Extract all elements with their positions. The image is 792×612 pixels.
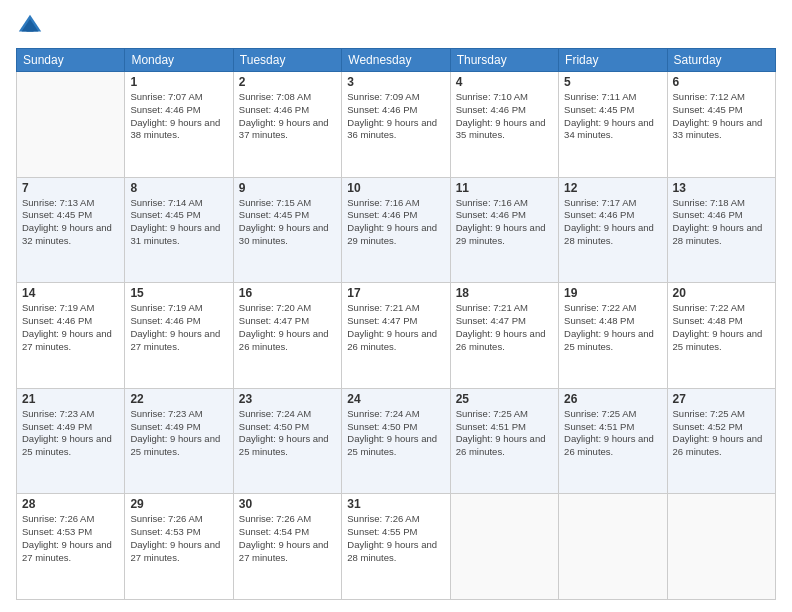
- day-number: 21: [22, 392, 119, 406]
- weekday-header-saturday: Saturday: [667, 49, 775, 72]
- day-number: 27: [673, 392, 770, 406]
- day-info: Sunrise: 7:18 AMSunset: 4:46 PMDaylight:…: [673, 197, 770, 248]
- day-info: Sunrise: 7:23 AMSunset: 4:49 PMDaylight:…: [130, 408, 227, 459]
- day-number: 23: [239, 392, 336, 406]
- svg-rect-2: [27, 29, 34, 32]
- calendar-cell: 10Sunrise: 7:16 AMSunset: 4:46 PMDayligh…: [342, 177, 450, 283]
- day-number: 26: [564, 392, 661, 406]
- calendar-cell: 20Sunrise: 7:22 AMSunset: 4:48 PMDayligh…: [667, 283, 775, 389]
- day-info: Sunrise: 7:22 AMSunset: 4:48 PMDaylight:…: [564, 302, 661, 353]
- day-number: 13: [673, 181, 770, 195]
- weekday-header-friday: Friday: [559, 49, 667, 72]
- day-info: Sunrise: 7:19 AMSunset: 4:46 PMDaylight:…: [130, 302, 227, 353]
- calendar-cell: 6Sunrise: 7:12 AMSunset: 4:45 PMDaylight…: [667, 72, 775, 178]
- calendar-cell: 22Sunrise: 7:23 AMSunset: 4:49 PMDayligh…: [125, 388, 233, 494]
- calendar-cell: [667, 494, 775, 600]
- logo-icon: [16, 12, 44, 40]
- day-number: 3: [347, 75, 444, 89]
- day-number: 15: [130, 286, 227, 300]
- calendar-cell: 3Sunrise: 7:09 AMSunset: 4:46 PMDaylight…: [342, 72, 450, 178]
- calendar-cell: 30Sunrise: 7:26 AMSunset: 4:54 PMDayligh…: [233, 494, 341, 600]
- calendar-cell: 26Sunrise: 7:25 AMSunset: 4:51 PMDayligh…: [559, 388, 667, 494]
- day-number: 20: [673, 286, 770, 300]
- day-info: Sunrise: 7:21 AMSunset: 4:47 PMDaylight:…: [347, 302, 444, 353]
- calendar-week-row: 21Sunrise: 7:23 AMSunset: 4:49 PMDayligh…: [17, 388, 776, 494]
- calendar-cell: 16Sunrise: 7:20 AMSunset: 4:47 PMDayligh…: [233, 283, 341, 389]
- logo: [16, 12, 48, 40]
- calendar-cell: 15Sunrise: 7:19 AMSunset: 4:46 PMDayligh…: [125, 283, 233, 389]
- calendar-cell: 19Sunrise: 7:22 AMSunset: 4:48 PMDayligh…: [559, 283, 667, 389]
- day-number: 14: [22, 286, 119, 300]
- day-info: Sunrise: 7:26 AMSunset: 4:53 PMDaylight:…: [130, 513, 227, 564]
- day-info: Sunrise: 7:15 AMSunset: 4:45 PMDaylight:…: [239, 197, 336, 248]
- day-number: 2: [239, 75, 336, 89]
- day-number: 31: [347, 497, 444, 511]
- day-info: Sunrise: 7:17 AMSunset: 4:46 PMDaylight:…: [564, 197, 661, 248]
- calendar-cell: 4Sunrise: 7:10 AMSunset: 4:46 PMDaylight…: [450, 72, 558, 178]
- day-number: 8: [130, 181, 227, 195]
- day-info: Sunrise: 7:12 AMSunset: 4:45 PMDaylight:…: [673, 91, 770, 142]
- calendar-table: SundayMondayTuesdayWednesdayThursdayFrid…: [16, 48, 776, 600]
- day-info: Sunrise: 7:07 AMSunset: 4:46 PMDaylight:…: [130, 91, 227, 142]
- day-info: Sunrise: 7:22 AMSunset: 4:48 PMDaylight:…: [673, 302, 770, 353]
- day-number: 29: [130, 497, 227, 511]
- calendar-cell: 5Sunrise: 7:11 AMSunset: 4:45 PMDaylight…: [559, 72, 667, 178]
- calendar-week-row: 1Sunrise: 7:07 AMSunset: 4:46 PMDaylight…: [17, 72, 776, 178]
- day-info: Sunrise: 7:24 AMSunset: 4:50 PMDaylight:…: [347, 408, 444, 459]
- day-number: 12: [564, 181, 661, 195]
- day-info: Sunrise: 7:16 AMSunset: 4:46 PMDaylight:…: [456, 197, 553, 248]
- day-info: Sunrise: 7:26 AMSunset: 4:54 PMDaylight:…: [239, 513, 336, 564]
- day-info: Sunrise: 7:25 AMSunset: 4:52 PMDaylight:…: [673, 408, 770, 459]
- calendar-week-row: 7Sunrise: 7:13 AMSunset: 4:45 PMDaylight…: [17, 177, 776, 283]
- day-number: 4: [456, 75, 553, 89]
- day-info: Sunrise: 7:09 AMSunset: 4:46 PMDaylight:…: [347, 91, 444, 142]
- calendar-cell: 1Sunrise: 7:07 AMSunset: 4:46 PMDaylight…: [125, 72, 233, 178]
- calendar-cell: 7Sunrise: 7:13 AMSunset: 4:45 PMDaylight…: [17, 177, 125, 283]
- calendar-week-row: 14Sunrise: 7:19 AMSunset: 4:46 PMDayligh…: [17, 283, 776, 389]
- calendar-cell: 17Sunrise: 7:21 AMSunset: 4:47 PMDayligh…: [342, 283, 450, 389]
- day-info: Sunrise: 7:10 AMSunset: 4:46 PMDaylight:…: [456, 91, 553, 142]
- calendar-cell: 18Sunrise: 7:21 AMSunset: 4:47 PMDayligh…: [450, 283, 558, 389]
- day-number: 7: [22, 181, 119, 195]
- calendar-cell: 8Sunrise: 7:14 AMSunset: 4:45 PMDaylight…: [125, 177, 233, 283]
- day-number: 16: [239, 286, 336, 300]
- calendar-cell: 13Sunrise: 7:18 AMSunset: 4:46 PMDayligh…: [667, 177, 775, 283]
- calendar-cell: 14Sunrise: 7:19 AMSunset: 4:46 PMDayligh…: [17, 283, 125, 389]
- weekday-header-sunday: Sunday: [17, 49, 125, 72]
- calendar-cell: 31Sunrise: 7:26 AMSunset: 4:55 PMDayligh…: [342, 494, 450, 600]
- calendar-cell: 29Sunrise: 7:26 AMSunset: 4:53 PMDayligh…: [125, 494, 233, 600]
- calendar-cell: [450, 494, 558, 600]
- calendar-cell: 2Sunrise: 7:08 AMSunset: 4:46 PMDaylight…: [233, 72, 341, 178]
- day-info: Sunrise: 7:08 AMSunset: 4:46 PMDaylight:…: [239, 91, 336, 142]
- day-info: Sunrise: 7:13 AMSunset: 4:45 PMDaylight:…: [22, 197, 119, 248]
- day-number: 18: [456, 286, 553, 300]
- calendar-cell: 9Sunrise: 7:15 AMSunset: 4:45 PMDaylight…: [233, 177, 341, 283]
- calendar-cell: 21Sunrise: 7:23 AMSunset: 4:49 PMDayligh…: [17, 388, 125, 494]
- day-info: Sunrise: 7:19 AMSunset: 4:46 PMDaylight:…: [22, 302, 119, 353]
- day-info: Sunrise: 7:26 AMSunset: 4:53 PMDaylight:…: [22, 513, 119, 564]
- day-info: Sunrise: 7:14 AMSunset: 4:45 PMDaylight:…: [130, 197, 227, 248]
- day-number: 11: [456, 181, 553, 195]
- day-number: 25: [456, 392, 553, 406]
- day-info: Sunrise: 7:23 AMSunset: 4:49 PMDaylight:…: [22, 408, 119, 459]
- weekday-header-monday: Monday: [125, 49, 233, 72]
- day-info: Sunrise: 7:25 AMSunset: 4:51 PMDaylight:…: [456, 408, 553, 459]
- calendar-cell: 23Sunrise: 7:24 AMSunset: 4:50 PMDayligh…: [233, 388, 341, 494]
- calendar-cell: 27Sunrise: 7:25 AMSunset: 4:52 PMDayligh…: [667, 388, 775, 494]
- day-number: 22: [130, 392, 227, 406]
- day-info: Sunrise: 7:25 AMSunset: 4:51 PMDaylight:…: [564, 408, 661, 459]
- calendar-cell: 24Sunrise: 7:24 AMSunset: 4:50 PMDayligh…: [342, 388, 450, 494]
- weekday-header-wednesday: Wednesday: [342, 49, 450, 72]
- calendar-week-row: 28Sunrise: 7:26 AMSunset: 4:53 PMDayligh…: [17, 494, 776, 600]
- calendar-cell: [559, 494, 667, 600]
- day-number: 28: [22, 497, 119, 511]
- calendar-cell: 28Sunrise: 7:26 AMSunset: 4:53 PMDayligh…: [17, 494, 125, 600]
- weekday-header-thursday: Thursday: [450, 49, 558, 72]
- day-number: 1: [130, 75, 227, 89]
- header: [16, 12, 776, 40]
- calendar-cell: [17, 72, 125, 178]
- day-info: Sunrise: 7:20 AMSunset: 4:47 PMDaylight:…: [239, 302, 336, 353]
- calendar-header-row: SundayMondayTuesdayWednesdayThursdayFrid…: [17, 49, 776, 72]
- calendar-cell: 12Sunrise: 7:17 AMSunset: 4:46 PMDayligh…: [559, 177, 667, 283]
- calendar-cell: 11Sunrise: 7:16 AMSunset: 4:46 PMDayligh…: [450, 177, 558, 283]
